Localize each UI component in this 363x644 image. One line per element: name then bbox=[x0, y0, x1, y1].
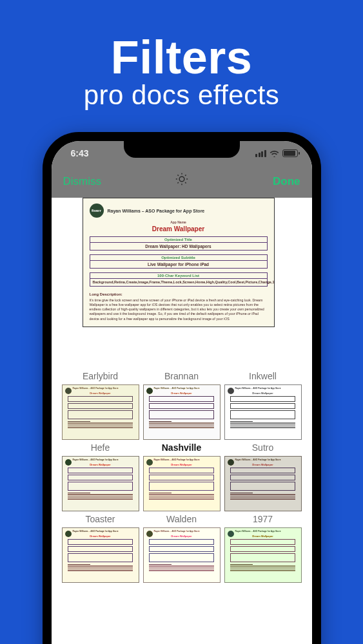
svg-line-8 bbox=[185, 175, 186, 175]
optimized-subtitle-label: Optimized Subtitle bbox=[90, 255, 267, 261]
brightness-icon[interactable] bbox=[175, 172, 189, 189]
filter-item-hefe[interactable]: Hefe Rayan Williams – ASO Package for Ap… bbox=[62, 442, 139, 511]
filter-item-walden[interactable]: Walden Rayan Williams – ASO Package for … bbox=[143, 514, 221, 583]
filter-thumbnail: Rayan Williams – ASO Package for App Sto… bbox=[224, 527, 302, 583]
svg-point-0 bbox=[179, 176, 184, 182]
phone-frame: 6:43 Dismiss bbox=[43, 132, 321, 644]
doc-header: fiverr Rayan Williams – ASO Package for … bbox=[90, 204, 268, 218]
filter-thumbnail: Rayan Williams – ASO Package for App Sto… bbox=[224, 384, 302, 440]
status-time: 6:43 bbox=[71, 148, 89, 158]
wifi-icon bbox=[270, 150, 279, 157]
nav-bar: Dismiss Done bbox=[52, 166, 312, 198]
filter-thumbnail: Rayan Williams – ASO Package for App Sto… bbox=[143, 456, 221, 511]
filter-thumbnail: Rayan Williams – ASO Package for App Sto… bbox=[62, 384, 139, 440]
filter-name: 1977 bbox=[224, 514, 302, 524]
filter-item-brannan[interactable]: Brannan Rayan Williams – ASO Package for… bbox=[143, 371, 221, 440]
keyword-list-value: Background,Retina,Create,Image,Frame,The… bbox=[90, 279, 267, 286]
promo-subtitle: pro docs effects bbox=[0, 80, 363, 111]
filter-thumbnail: Rayan Williams – ASO Package for App Sto… bbox=[224, 456, 302, 511]
filter-thumbnail: Rayan Williams – ASO Package for App Sto… bbox=[62, 456, 139, 511]
optimized-title-field: Optimized Title Dream Wallpaper: HD Wall… bbox=[90, 236, 268, 251]
done-button[interactable]: Done bbox=[273, 175, 300, 188]
filter-thumbnail: Rayan Williams – ASO Package for App Sto… bbox=[143, 527, 221, 583]
filter-item-1977[interactable]: 1977 Rayan Williams – ASO Package for Ap… bbox=[224, 514, 302, 583]
dismiss-button[interactable]: Dismiss bbox=[63, 175, 102, 188]
document-preview[interactable]: fiverr Rayan Williams – ASO Package for … bbox=[52, 198, 312, 327]
filter-thumbnail: Rayan Williams – ASO Package for App Sto… bbox=[143, 384, 221, 440]
filter-name: Earlybird bbox=[62, 371, 139, 381]
filter-name: Brannan bbox=[143, 371, 221, 381]
filter-item-sutro[interactable]: Sutro Rayan Williams – ASO Package for A… bbox=[224, 442, 302, 511]
doc-header-title: Rayan Williams – ASO Package for App Sto… bbox=[108, 209, 205, 213]
filter-item-inkwell[interactable]: Inkwell Rayan Williams – ASO Package for… bbox=[224, 371, 302, 440]
device-notch bbox=[124, 141, 240, 158]
long-description-heading: Long Description: bbox=[90, 292, 268, 297]
optimized-title-label: Optimized Title bbox=[90, 237, 267, 243]
battery-icon bbox=[282, 149, 298, 157]
promo-title: Filters bbox=[0, 31, 363, 84]
optimized-title-value: Dream Wallpaper: HD Wallpapers bbox=[90, 243, 267, 250]
filter-name: Inkwell bbox=[224, 371, 302, 381]
filter-name: Nashville bbox=[143, 442, 221, 453]
app-name-label: App Name bbox=[90, 220, 268, 224]
filter-grid[interactable]: Earlybird Rayan Williams – ASO Package f… bbox=[52, 327, 312, 583]
filter-thumbnail: Rayan Williams – ASO Package for App Sto… bbox=[62, 527, 139, 583]
filter-name: Sutro bbox=[224, 442, 302, 453]
optimized-subtitle-field: Optimized Subtitle Live Wallpaper for iP… bbox=[90, 254, 268, 269]
svg-line-6 bbox=[185, 182, 186, 183]
promo-header: Filters pro docs effects bbox=[0, 0, 363, 111]
phone-screen: 6:43 Dismiss bbox=[52, 141, 312, 644]
document: fiverr Rayan Williams – ASO Package for … bbox=[83, 198, 275, 327]
filter-item-nashville[interactable]: Nashville Rayan Williams – ASO Package f… bbox=[143, 442, 221, 511]
keyword-list-field: 100-Char Keyword List Background,Retina,… bbox=[90, 272, 268, 287]
keyword-list-label: 100-Char Keyword List bbox=[90, 273, 267, 279]
app-name: Dream Wallpaper bbox=[90, 225, 268, 232]
filter-name: Toaster bbox=[62, 514, 139, 524]
filter-item-toaster[interactable]: Toaster Rayan Williams – ASO Package for… bbox=[62, 514, 139, 583]
svg-line-7 bbox=[177, 182, 178, 183]
long-description: Long Description: It's time give the loc… bbox=[90, 292, 268, 321]
filter-item-earlybird[interactable]: Earlybird Rayan Williams – ASO Package f… bbox=[62, 371, 139, 440]
long-description-text: It's time give the lock screen and home … bbox=[90, 298, 268, 321]
svg-line-5 bbox=[177, 175, 178, 175]
status-icons bbox=[255, 149, 298, 157]
filter-name: Hefe bbox=[62, 442, 139, 453]
brand-badge: fiverr bbox=[90, 204, 104, 218]
filter-name: Walden bbox=[143, 514, 221, 524]
optimized-subtitle-value: Live Wallpaper for iPhone iPad bbox=[90, 261, 267, 268]
cellular-icon bbox=[255, 150, 266, 157]
